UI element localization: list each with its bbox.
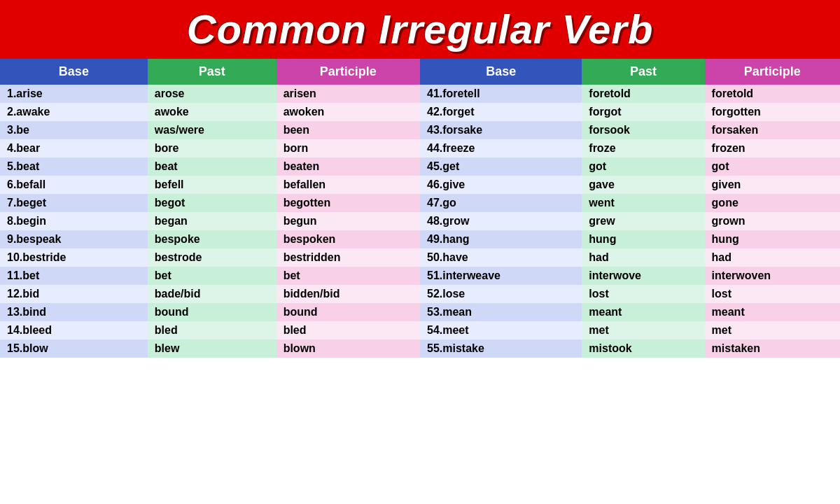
past-cell: foretold: [582, 85, 704, 103]
base-cell: 4.bear: [0, 139, 148, 158]
base-cell: 44.freeze: [420, 139, 582, 158]
table-row: 48.grow grew grown: [420, 212, 840, 230]
table-row: 45.get got got: [420, 158, 840, 176]
past-cell: began: [148, 212, 276, 230]
page-title: Common Irregular Verb: [13, 7, 827, 52]
participle-cell: interwoven: [705, 267, 840, 285]
past-cell: froze: [582, 139, 704, 158]
participle-cell: met: [705, 321, 840, 340]
past-cell: befell: [148, 176, 276, 194]
past-cell: bade/bid: [148, 285, 276, 303]
base-cell: 14.bleed: [0, 321, 148, 340]
table-row: 12.bid bade/bid bidden/bid: [0, 285, 420, 303]
base-cell: 53.mean: [420, 303, 582, 321]
participle-cell: forgotten: [705, 103, 840, 121]
base-cell: 9.bespeak: [0, 230, 148, 248]
past-cell: was/were: [148, 121, 276, 139]
past-cell: mistook: [582, 340, 704, 358]
table-row: 14.bleed bled bled: [0, 321, 420, 340]
table-row: 50.have had had: [420, 248, 840, 267]
table-row: 55.mistake mistook mistaken: [420, 340, 840, 358]
table-row: 3.be was/were been: [0, 121, 420, 139]
participle-cell: grown: [705, 212, 840, 230]
table-row: 5.beat beat beaten: [0, 158, 420, 176]
past-cell: went: [582, 194, 704, 212]
participle-cell: foretold: [705, 85, 840, 103]
participle-cell: bespoken: [276, 230, 420, 248]
participle-cell: born: [276, 139, 420, 158]
participle-cell: beaten: [276, 158, 420, 176]
base-cell: 6.befall: [0, 176, 148, 194]
table-row: 9.bespeak bespoke bespoken: [0, 230, 420, 248]
table-row: 2.awake awoke awoken: [0, 103, 420, 121]
participle-cell: hung: [705, 230, 840, 248]
table-row: 13.bind bound bound: [0, 303, 420, 321]
table-row: 42.forget forgot forgotten: [420, 103, 840, 121]
base-cell: 2.awake: [0, 103, 148, 121]
table-row: 46.give gave given: [420, 176, 840, 194]
past-cell: interwove: [582, 267, 704, 285]
base-cell: 46.give: [420, 176, 582, 194]
past-cell: bestrode: [148, 248, 276, 267]
base-cell: 48.grow: [420, 212, 582, 230]
past-cell: got: [582, 158, 704, 176]
table-row: 43.forsake forsook forsaken: [420, 121, 840, 139]
past-cell: forgot: [582, 103, 704, 121]
past-cell: arose: [148, 85, 276, 103]
left-table: Base Past Participle 1.arise arose arise…: [0, 59, 420, 358]
base-cell: 55.mistake: [420, 340, 582, 358]
base-cell: 12.bid: [0, 285, 148, 303]
base-cell: 54.meet: [420, 321, 582, 340]
table-row: 11.bet bet bet: [0, 267, 420, 285]
past-cell: bound: [148, 303, 276, 321]
participle-cell: bet: [276, 267, 420, 285]
participle-cell: bled: [276, 321, 420, 340]
participle-cell: got: [705, 158, 840, 176]
past-cell: gave: [582, 176, 704, 194]
table-row: 44.freeze froze frozen: [420, 139, 840, 158]
table-row: 6.befall befell befallen: [0, 176, 420, 194]
base-cell: 5.beat: [0, 158, 148, 176]
table-row: 53.mean meant meant: [420, 303, 840, 321]
participle-cell: frozen: [705, 139, 840, 158]
participle-cell: bestridden: [276, 248, 420, 267]
base-cell: 43.forsake: [420, 121, 582, 139]
right-participle-header: Participle: [705, 59, 840, 85]
left-past-header: Past: [148, 59, 276, 85]
right-past-header: Past: [582, 59, 704, 85]
past-cell: lost: [582, 285, 704, 303]
table-row: 52.lose lost lost: [420, 285, 840, 303]
participle-cell: bidden/bid: [276, 285, 420, 303]
participle-cell: bound: [276, 303, 420, 321]
base-cell: 7.beget: [0, 194, 148, 212]
participle-cell: begotten: [276, 194, 420, 212]
past-cell: begot: [148, 194, 276, 212]
participle-cell: meant: [705, 303, 840, 321]
participle-cell: had: [705, 248, 840, 267]
past-cell: bled: [148, 321, 276, 340]
past-cell: forsook: [582, 121, 704, 139]
past-cell: awoke: [148, 103, 276, 121]
right-base-header: Base: [420, 59, 582, 85]
base-cell: 11.bet: [0, 267, 148, 285]
past-cell: blew: [148, 340, 276, 358]
past-cell: hung: [582, 230, 704, 248]
past-cell: bespoke: [148, 230, 276, 248]
base-cell: 42.forget: [420, 103, 582, 121]
base-cell: 3.be: [0, 121, 148, 139]
table-row: 49.hang hung hung: [420, 230, 840, 248]
base-cell: 52.lose: [420, 285, 582, 303]
base-cell: 13.bind: [0, 303, 148, 321]
title-bar: Common Irregular Verb: [0, 0, 840, 59]
table-row: 8.begin began begun: [0, 212, 420, 230]
participle-cell: forsaken: [705, 121, 840, 139]
participle-cell: awoken: [276, 103, 420, 121]
base-cell: 51.interweave: [420, 267, 582, 285]
table-row: 10.bestride bestrode bestridden: [0, 248, 420, 267]
left-base-header: Base: [0, 59, 148, 85]
past-cell: met: [582, 321, 704, 340]
table-row: 1.arise arose arisen: [0, 85, 420, 103]
participle-cell: given: [705, 176, 840, 194]
participle-cell: gone: [705, 194, 840, 212]
past-cell: bet: [148, 267, 276, 285]
